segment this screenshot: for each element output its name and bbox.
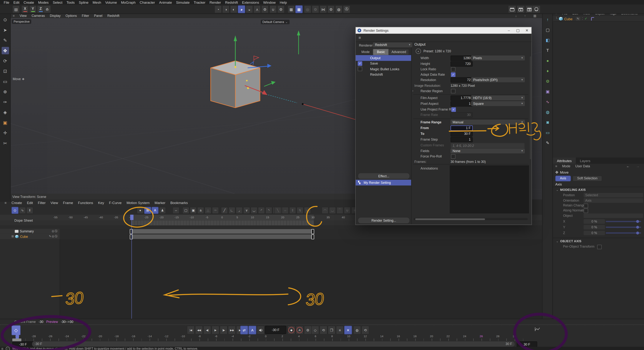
menu-item[interactable]: Create [22, 0, 36, 4]
x-percent-field[interactable]: 0 % [584, 219, 605, 224]
close-button[interactable]: ✕ [522, 27, 532, 34]
layout-icon[interactable]: ▤ [12, 5, 20, 13]
render-setting-button[interactable]: Render Setting... [358, 217, 410, 224]
loop-mode-button[interactable]: ⇄ [240, 326, 248, 334]
transport-button[interactable]: |▶ [220, 326, 228, 334]
annotate-button[interactable]: Ⓐ [343, 5, 350, 13]
tangent-arc1-button[interactable]: ◠ [322, 207, 328, 214]
tangent-easeout-button[interactable]: ◝ [265, 207, 272, 214]
menu-item[interactable]: Simulate [174, 0, 192, 4]
menu-item[interactable]: Select [51, 0, 65, 4]
quantize-options-button[interactable]: ⚙ [327, 5, 335, 13]
menu-item[interactable]: Tools [64, 0, 77, 4]
object-axis-header[interactable]: ⌄ OBJECT AXIS [553, 238, 644, 244]
mouse-rotate-button[interactable]: ⟲ [361, 326, 369, 334]
track-row-summary[interactable]: Summary ◎Ⓢ [0, 229, 60, 234]
transport-button[interactable]: ◀| [203, 326, 211, 334]
maximize-button[interactable]: ▢ [514, 27, 522, 34]
nav-save[interactable]: ✓ Save [356, 61, 411, 66]
keyframe-filter-button[interactable]: ✕ [344, 326, 352, 334]
force-preroll-checkbox[interactable]: ✓ [451, 154, 456, 159]
shading-mode-1-button[interactable]: ◔ [214, 5, 222, 13]
palette-cube2-icon[interactable]: ▣ [544, 88, 552, 95]
hamburger-icon[interactable]: ≡ [553, 164, 560, 168]
cube-key-bar[interactable] [132, 234, 314, 239]
camera-selector[interactable]: Default Camera ⌄ [261, 20, 290, 24]
track-row-cube[interactable]: ⊞ Cube ✎◎Ⓢ [0, 234, 60, 240]
render-region-checkbox[interactable]: ✓ [451, 89, 456, 93]
menu-item[interactable]: Volume [103, 0, 119, 4]
render-view-button[interactable] [508, 5, 516, 13]
pixel-aspect-field[interactable]: 1 [450, 101, 473, 106]
keyframe[interactable] [311, 234, 314, 239]
menu-item[interactable]: Render [208, 0, 223, 4]
height-field[interactable]: 720 [450, 61, 473, 67]
z-slider[interactable] [606, 232, 641, 234]
pencil-icon[interactable]: ✎ [576, 17, 580, 21]
renderer-dropdown[interactable]: Redshift▾ [373, 42, 412, 47]
keying-settings-button[interactable]: ⚙ [304, 326, 312, 334]
keyframe-selection-button[interactable]: ◇ [311, 326, 319, 334]
viewport-menu-item[interactable]: Display [48, 14, 63, 18]
hamburger-icon[interactable]: ≡ [10, 14, 17, 18]
viewport-pop-icon[interactable]: ↑ [522, 14, 528, 18]
soft-selection-button[interactable]: Soft Selection [572, 176, 602, 181]
tangent-vee-button[interactable]: ∨ [243, 207, 250, 214]
effect-button[interactable]: Effect... [358, 173, 410, 179]
menu-item[interactable]: Animate [157, 0, 174, 4]
tab-layers[interactable]: Layers [576, 157, 594, 163]
render-preset-item[interactable]: ▚ My Render Setting [356, 180, 411, 186]
material-manager-button[interactable] [532, 5, 540, 13]
enabled-check-icon[interactable]: ✓ [584, 17, 587, 21]
timeline-menu-item[interactable]: Motion System [124, 201, 152, 205]
fcurve-snapshot-button[interactable] [534, 326, 541, 333]
play-all-frames-button[interactable]: A [248, 326, 256, 334]
history-forward-icon[interactable]: → [634, 164, 642, 168]
render-picture-viewer-button[interactable] [516, 5, 525, 13]
lock-ratio-checkbox[interactable]: ✓ [451, 67, 456, 71]
autokey-button[interactable]: A [296, 326, 304, 334]
frame-step-field[interactable]: 1 [450, 137, 473, 142]
lock-h-button[interactable]: ⇔ [282, 207, 289, 214]
horizontal-scrollbar[interactable] [414, 218, 528, 220]
retain-changes-checkbox[interactable]: ✓ [584, 204, 588, 208]
menu-item[interactable]: Help [278, 0, 289, 4]
palette-display-icon[interactable]: ▭ [544, 129, 552, 136]
tangent-smooth-button[interactable]: ◡ [250, 207, 258, 214]
minimize-button[interactable]: – [504, 27, 514, 34]
timeline-menu-item[interactable]: Edit [24, 201, 36, 205]
vertical-scrollbar[interactable] [530, 56, 531, 159]
mouse-record-button[interactable]: ◍ [353, 326, 361, 334]
hamburger-icon[interactable]: ≡ [1, 346, 4, 350]
axis-tool-button[interactable]: ⊕ [2, 88, 9, 96]
menu-item[interactable]: Spline [77, 0, 90, 4]
frame-selection-button[interactable]: ▢ [182, 207, 190, 214]
timeline-menu-item[interactable]: Create [9, 201, 24, 205]
tangent-union-button[interactable]: ∪ [344, 207, 351, 214]
film-aspect-field[interactable]: 1.7778 [450, 95, 473, 101]
viewport-layout-icon[interactable]: ▦ [531, 14, 539, 18]
viewport-menu-item[interactable]: Redshift [105, 14, 122, 18]
scrubber-playhead[interactable] [16, 335, 19, 339]
nav-magic-bullet-looks[interactable]: ✓ Magic Bullet Looks [356, 66, 411, 72]
joint-tool-button[interactable]: ⋏ [254, 5, 261, 13]
axis-lock-button[interactable]: Z [37, 5, 44, 13]
tangent-easein-button[interactable]: ◜ [258, 207, 265, 214]
magnet-options-button[interactable]: ⚙ [277, 5, 285, 13]
palette-spline-icon[interactable]: ∿ [544, 98, 552, 105]
keyframe[interactable] [311, 229, 314, 234]
select-tool-button[interactable]: ➤ [2, 26, 9, 34]
axis-lock-button[interactable]: Y [29, 5, 36, 13]
palette-globe-icon[interactable]: ◍ [544, 108, 552, 115]
menu-item[interactable]: Edit [11, 0, 22, 4]
scrubber-playhead-handle[interactable] [12, 338, 22, 341]
object-link-field[interactable] [584, 214, 643, 218]
menu-item[interactable]: Mesh [90, 0, 103, 4]
snap-options-button[interactable]: ⚙ [312, 5, 319, 13]
timeline-menu-item[interactable]: Bookmarks [168, 201, 190, 205]
timeline-menu-item[interactable]: View [48, 201, 60, 205]
transport-button[interactable]: |◀ [187, 326, 195, 334]
menu-item[interactable]: Extensions [240, 0, 261, 4]
coordinate-system-button[interactable]: ⟰ [44, 5, 51, 13]
solo-track-button[interactable]: ● [137, 207, 144, 214]
